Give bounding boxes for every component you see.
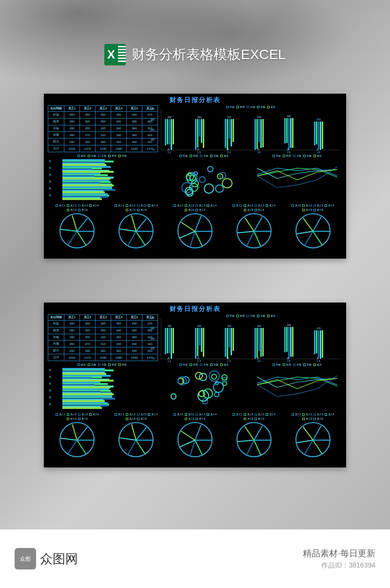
dashboard-title: 财务日报分析表 — [44, 94, 346, 105]
line-chart: 吃饭租房水电衣服娱乐 — [252, 154, 342, 199]
dashboard-title: 财务日报分析表 — [44, 303, 346, 314]
bubble-chart: 吃饭租房水电衣服娱乐 — [159, 154, 249, 199]
expense-table: 支出明细员工1员工2员工3员工4员工5员工6 吃饭300350330350290… — [48, 105, 158, 152]
line-chart: 吃饭租房水电衣服娱乐 — [252, 363, 342, 408]
brand-name: 众图网 — [40, 550, 78, 568]
excel-icon — [104, 44, 126, 65]
page-header: 财务分析表格模板EXCEL — [0, 44, 390, 65]
bar-chart-top: 吃饭租房水电衣服娱乐 0100200300400 员工1350员工2290员工3… — [161, 318, 340, 359]
horizontal-bar-chart: 娱乐衣服水电租房吃饭 员员员员员员 — [48, 154, 156, 199]
page-footer: 众图 众图网 精品素材·每日更新 作品ID：3816394 — [0, 529, 390, 588]
expense-table: 支出明细员工1员工2员工3员工4员工5员工6 吃饭300350330350290… — [48, 314, 158, 361]
product-id: 作品ID：3816394 — [303, 561, 375, 570]
bar-chart-top: 吃饭租房水电衣服娱乐 0100200300400 员工1350员工2290员工3… — [161, 109, 340, 150]
dashboard-preview-1: 财务日报分析表 支出明细员工1员工2员工3员工4员工5员工6 吃饭3003503… — [44, 94, 346, 259]
horizontal-bar-chart: 娱乐衣服水电租房吃饭 员员员员员员 — [48, 363, 156, 408]
page-title: 财务分析表格模板EXCEL — [132, 45, 286, 64]
brand-logo-icon: 众图 — [15, 548, 36, 569]
footer-tagline: 精品素材·每日更新 — [303, 547, 375, 559]
dashboard-preview-2: 财务日报分析表 支出明细员工1员工2员工3员工4员工5员工6 吃饭3003503… — [44, 303, 346, 467]
bubble-chart: 吃饭租房水电衣服娱乐 — [159, 363, 249, 408]
